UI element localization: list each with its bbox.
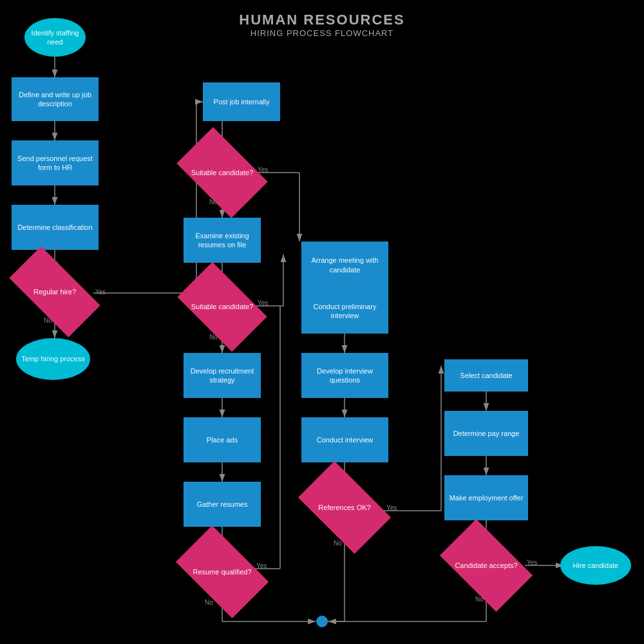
develop-recruit-box: Develop recruitment strategy [184,353,261,398]
suitable1-diamond: Suitable candidate? [184,147,261,198]
gather-resumes-box: Gather resumes [184,482,261,527]
hire-candidate-oval: Hire candidate [560,546,631,585]
conduct-interview-box: Conduct interview [301,417,388,462]
resume-qualified-diamond: Resume qualified? [182,546,262,598]
bottom-circle [316,616,328,627]
label-yes-accepts: Yes [527,559,537,566]
determine-pay-box: Determine pay range [444,411,528,456]
label-yes-references: Yes [386,504,397,511]
determine-class-box: Determine classification [12,205,99,250]
define-write-box: Define and write up job description [12,77,99,121]
label-no-references: No [334,540,342,547]
make-offer-box: Make employment offer [444,475,528,520]
label-yes-regular: Yes [95,289,106,296]
select-candidate-box: Select candidate [444,359,528,392]
references-ok-diamond: References OK? [305,482,384,533]
identify-staffing-oval: Identify staffing need [24,18,86,57]
send-personnel-box: Send personnel request form to HR [12,140,99,185]
suitable2-diamond: Suitable candidate? [184,282,261,332]
label-no-resume: No [205,599,213,606]
temp-hiring-oval: Temp hiring process [16,338,90,380]
conduct-prelim-box: Conduct preliminary interview [301,289,388,334]
main-title: HUMAN RESOURCES [0,12,644,28]
develop-interview-box: Develop interview questions [301,353,388,398]
title-area: HUMAN RESOURCES HIRING PROCESS FLOWCHART [0,12,644,38]
arrange-meeting-box: Arrange meeting with candidate [301,242,388,289]
examine-resumes-box: Examine existing resumes on file [184,218,261,263]
flowchart-canvas: HUMAN RESOURCES HIRING PROCESS FLOWCHART [0,0,644,644]
place-ads-box: Place ads [184,417,261,462]
regular-hire-diamond: Regular hire? [13,269,97,314]
candidate-accepts-diamond: Candidate accepts? [446,540,526,591]
sub-title: HIRING PROCESS FLOWCHART [0,28,644,38]
post-job-box: Post job internally [203,82,280,121]
